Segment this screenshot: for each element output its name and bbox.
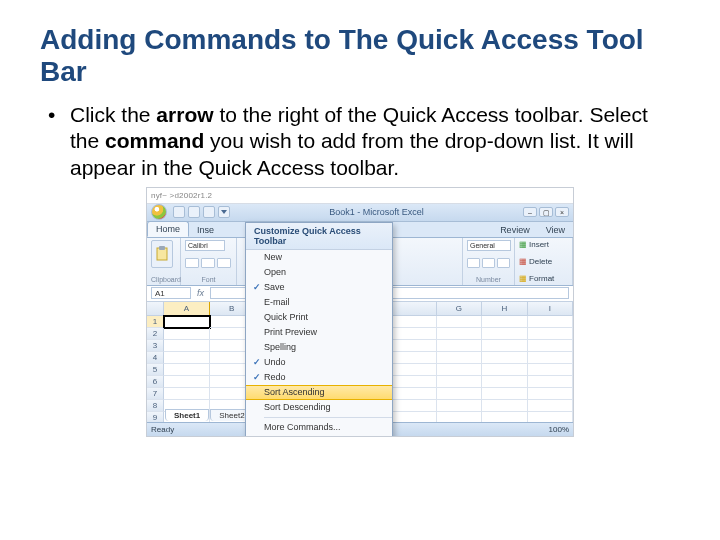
cell[interactable] — [437, 388, 482, 400]
cell[interactable] — [528, 400, 573, 412]
cell[interactable] — [482, 352, 527, 364]
cell[interactable] — [391, 400, 436, 412]
cell[interactable] — [482, 328, 527, 340]
cell[interactable] — [482, 388, 527, 400]
fx-icon[interactable]: fx — [197, 288, 204, 298]
qat-menu-item[interactable]: Sort Descending — [246, 400, 392, 415]
cell[interactable] — [391, 412, 436, 422]
cell[interactable] — [164, 388, 209, 400]
qat-menu-item[interactable]: Quick Print — [246, 310, 392, 325]
window-close-button[interactable]: × — [555, 207, 569, 217]
number-format-combo[interactable]: General — [467, 240, 511, 251]
cell[interactable] — [391, 364, 436, 376]
currency-button[interactable] — [467, 258, 480, 268]
cell[interactable] — [528, 328, 573, 340]
cell[interactable] — [437, 328, 482, 340]
comma-button[interactable] — [497, 258, 510, 268]
qat-menu-item[interactable]: ✓Redo — [246, 370, 392, 385]
qat-menu-item[interactable]: Show Below the Ribbon — [246, 435, 392, 437]
cell[interactable] — [482, 340, 527, 352]
cell[interactable] — [528, 364, 573, 376]
qat-menu-item[interactable]: Open — [246, 265, 392, 280]
cell[interactable] — [528, 340, 573, 352]
row-header[interactable]: 5 — [147, 364, 164, 376]
office-button-icon[interactable] — [151, 204, 167, 220]
row-header[interactable]: 8 — [147, 400, 164, 412]
status-ready: Ready — [151, 425, 174, 434]
qat-menu-item[interactable]: Print Preview — [246, 325, 392, 340]
cell[interactable] — [164, 376, 209, 388]
cell[interactable] — [437, 400, 482, 412]
row-header[interactable]: 3 — [147, 340, 164, 352]
bold-button[interactable] — [185, 258, 199, 268]
cell[interactable] — [482, 376, 527, 388]
cell[interactable] — [391, 340, 436, 352]
qat-menu-item[interactable]: ✓Undo — [246, 355, 392, 370]
percent-button[interactable] — [482, 258, 495, 268]
cell[interactable] — [164, 364, 209, 376]
col-header-i[interactable]: I — [528, 302, 573, 315]
cell[interactable] — [482, 316, 527, 328]
cell[interactable] — [482, 412, 527, 422]
cell[interactable] — [528, 388, 573, 400]
qat-menu-item[interactable]: Sort Ascending — [246, 385, 392, 400]
sheet-tab-1[interactable]: Sheet1 — [165, 409, 209, 421]
status-zoom[interactable]: 100% — [549, 425, 569, 434]
window-maximize-button[interactable]: ▢ — [539, 207, 553, 217]
cell[interactable] — [164, 352, 209, 364]
qat-customize-arrow-button[interactable] — [218, 206, 230, 218]
cell[interactable] — [437, 376, 482, 388]
insert-cells-button[interactable]: ▦Insert — [519, 240, 568, 249]
underline-button[interactable] — [217, 258, 231, 268]
row-header[interactable]: 1 — [147, 316, 164, 328]
cell[interactable] — [391, 328, 436, 340]
qat-undo-button[interactable] — [188, 206, 200, 218]
cell[interactable] — [164, 340, 209, 352]
paste-button[interactable] — [151, 240, 173, 268]
row-header[interactable]: 9 — [147, 412, 164, 422]
cell[interactable] — [437, 340, 482, 352]
cell[interactable] — [437, 316, 482, 328]
cell[interactable] — [437, 352, 482, 364]
qat-redo-button[interactable] — [203, 206, 215, 218]
cell[interactable] — [437, 364, 482, 376]
col-header-g[interactable]: G — [437, 302, 482, 315]
row-header[interactable]: 4 — [147, 352, 164, 364]
row-header[interactable]: 2 — [147, 328, 164, 340]
ribbon-tab-review[interactable]: Review — [492, 223, 538, 237]
cell[interactable] — [391, 352, 436, 364]
cell[interactable] — [482, 400, 527, 412]
cell[interactable] — [528, 412, 573, 422]
delete-cells-button[interactable]: ▦Delete — [519, 257, 568, 266]
ribbon-tab-home[interactable]: Home — [147, 221, 189, 237]
row-header[interactable]: 7 — [147, 388, 164, 400]
col-header-a[interactable]: A — [164, 302, 209, 315]
qat-menu-item[interactable]: New — [246, 250, 392, 265]
cell[interactable] — [164, 328, 209, 340]
qat-save-button[interactable] — [173, 206, 185, 218]
qat-menu-item[interactable]: E-mail — [246, 295, 392, 310]
cell[interactable] — [391, 316, 436, 328]
cell[interactable] — [164, 316, 209, 328]
cell[interactable] — [482, 364, 527, 376]
cell[interactable] — [528, 316, 573, 328]
cell[interactable] — [528, 352, 573, 364]
col-header[interactable] — [391, 302, 436, 315]
cell[interactable] — [391, 376, 436, 388]
font-name-combo[interactable]: Calibri — [185, 240, 225, 251]
qat-menu-item[interactable]: Spelling — [246, 340, 392, 355]
qat-menu-item[interactable]: ✓Save — [246, 280, 392, 295]
col-header-h[interactable]: H — [482, 302, 527, 315]
qat-menu-item[interactable]: More Commands... — [246, 420, 392, 435]
cell[interactable] — [528, 376, 573, 388]
cell[interactable] — [391, 388, 436, 400]
cell[interactable] — [437, 412, 482, 422]
ribbon-tab-insert[interactable]: Inse — [189, 223, 222, 237]
window-minimize-button[interactable]: – — [523, 207, 537, 217]
italic-button[interactable] — [201, 258, 215, 268]
ribbon-tab-view[interactable]: View — [538, 223, 573, 237]
select-all-corner[interactable] — [147, 302, 164, 315]
name-box[interactable]: A1 — [151, 287, 191, 299]
row-header[interactable]: 6 — [147, 376, 164, 388]
format-cells-button[interactable]: ▦Format — [519, 274, 568, 283]
